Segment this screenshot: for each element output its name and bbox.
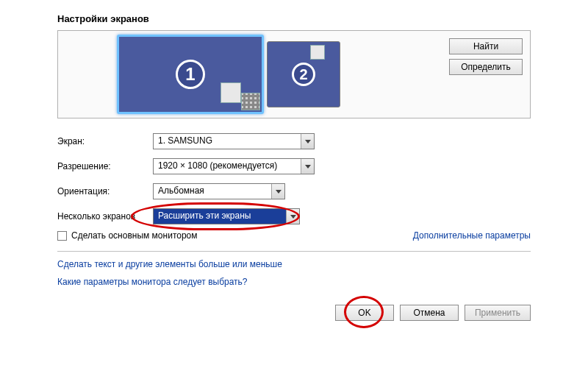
- resolution-select[interactable]: 1920 × 1080 (рекомендуется): [153, 158, 315, 174]
- orientation-value: Альбомная: [154, 184, 271, 199]
- resolution-value: 1920 × 1080 (рекомендуется): [154, 159, 301, 174]
- chevron-down-icon[interactable]: [286, 209, 299, 224]
- screen-value: 1. SAMSUNG: [154, 134, 301, 149]
- help-link-which-settings[interactable]: Какие параметры монитора следует выбрать…: [57, 277, 531, 287]
- advanced-settings-link[interactable]: Дополнительные параметры: [413, 230, 531, 241]
- monitor-2[interactable]: 2: [267, 41, 340, 107]
- orientation-select[interactable]: Альбомная: [153, 183, 285, 199]
- screen-select[interactable]: 1. SAMSUNG: [153, 133, 315, 149]
- monitor-1[interactable]: 1: [117, 35, 264, 114]
- find-button[interactable]: Найти: [449, 38, 523, 54]
- monitor-number-2: 2: [292, 63, 315, 86]
- multiscreen-label: Несколько экранов: [57, 211, 153, 222]
- monitor-2-windows-icon: [309, 43, 338, 65]
- monitor-number-1: 1: [176, 60, 205, 89]
- make-primary-label: Сделать основным монитором: [71, 230, 198, 241]
- make-primary-checkbox[interactable]: [57, 231, 67, 241]
- apply-button[interactable]: Применить: [465, 305, 531, 321]
- chevron-down-icon[interactable]: [301, 159, 314, 174]
- ok-button[interactable]: OK: [335, 305, 394, 321]
- chevron-down-icon[interactable]: [301, 134, 314, 149]
- multiscreen-select[interactable]: Расширить эти экраны: [153, 208, 300, 224]
- identify-button[interactable]: Определить: [449, 59, 523, 75]
- display-preview[interactable]: 1 2 Найти Определить: [57, 30, 531, 118]
- screen-label: Экран:: [57, 136, 153, 146]
- resolution-label: Разрешение:: [57, 161, 153, 171]
- divider: [57, 251, 531, 252]
- monitor-1-windows-icon: [219, 81, 260, 110]
- multiscreen-value: Расширить эти экраны: [154, 209, 286, 224]
- orientation-label: Ориентация:: [57, 186, 153, 196]
- help-link-text-size[interactable]: Сделать текст и другие элементы больше и…: [57, 259, 531, 269]
- cancel-button[interactable]: Отмена: [400, 305, 459, 321]
- chevron-down-icon[interactable]: [271, 184, 284, 199]
- dialog-title: Настройки экранов: [57, 13, 531, 24]
